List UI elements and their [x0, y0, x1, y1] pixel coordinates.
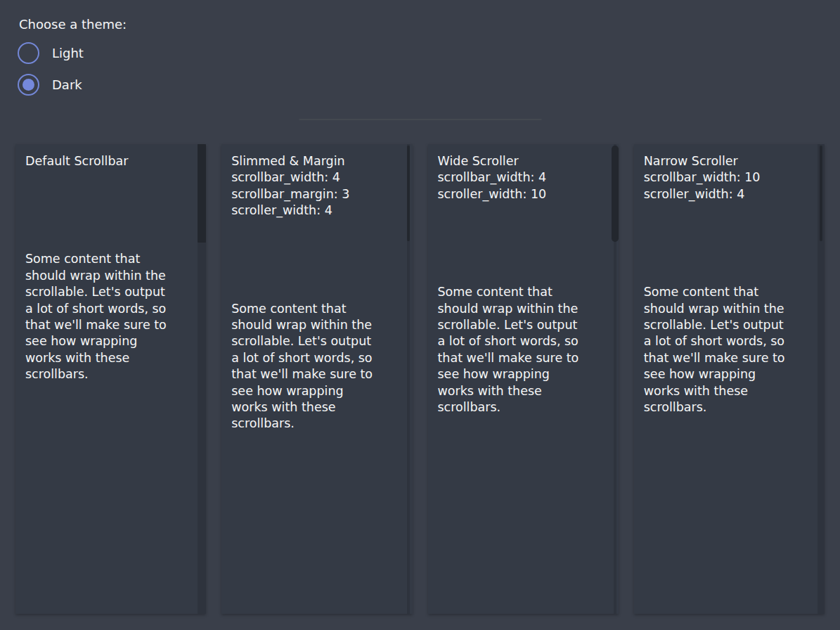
radio-light-label: Light: [52, 46, 84, 60]
panel-spacer: [231, 219, 401, 301]
scrollbar-thumb[interactable]: [407, 146, 410, 241]
panels-container: Default Scrollbar Some content that shou…: [15, 144, 825, 614]
panel-slimmed-margin: Slimmed & Margin scrollbar_width: 4 scro…: [221, 144, 412, 614]
radio-option-light[interactable]: Light: [18, 42, 84, 64]
scrollable-content[interactable]: Narrow Scroller scrollbar_width: 10 scro…: [634, 144, 825, 614]
panel-narrow-scroller: Narrow Scroller scrollbar_width: 10 scro…: [634, 144, 825, 614]
panel-param: scrollbar_width: 4: [438, 170, 547, 184]
panel-body: Some content that should wrap within the…: [438, 284, 607, 416]
panel-default-scrollbar: Default Scrollbar Some content that shou…: [15, 144, 206, 614]
panel-title: Wide Scroller: [438, 154, 519, 168]
panel-param: scrollbar_margin: 3: [231, 187, 349, 201]
panel-spacer: [25, 169, 195, 251]
panel-body: Some content that should wrap within the…: [25, 251, 195, 382]
scrollbar-thumb[interactable]: [820, 146, 822, 241]
theme-prompt: Choose a theme:: [19, 16, 127, 33]
divider: [299, 119, 541, 120]
panel-header: Wide Scroller scrollbar_width: 4 scrolle…: [438, 153, 607, 202]
panel-wide-scroller: Wide Scroller scrollbar_width: 4 scrolle…: [428, 144, 619, 614]
panel-title: Narrow Scroller: [644, 154, 738, 168]
panel-header: Slimmed & Margin scrollbar_width: 4 scro…: [231, 153, 401, 219]
scrollbar-thumb[interactable]: [612, 146, 619, 242]
scrollable-content[interactable]: Wide Scroller scrollbar_width: 4 scrolle…: [428, 144, 619, 614]
panel-spacer: [644, 202, 813, 284]
radio-dark-label: Dark: [52, 77, 82, 92]
panel-body: Some content that should wrap within the…: [231, 301, 401, 432]
panel-param: scroller_width: 10: [438, 187, 547, 201]
scrollable-content[interactable]: Slimmed & Margin scrollbar_width: 4 scro…: [221, 144, 412, 614]
panel-param: scrollbar_width: 10: [644, 170, 761, 184]
panel-title: Slimmed & Margin: [231, 154, 344, 168]
panel-param: scroller_width: 4: [231, 203, 332, 217]
radio-option-dark[interactable]: Dark: [18, 74, 82, 96]
radio-selected-dot: [22, 79, 34, 91]
panel-param: scrollbar_width: 4: [231, 170, 340, 184]
panel-param: scroller_width: 4: [644, 187, 745, 201]
radio-light-icon[interactable]: [18, 42, 39, 64]
panel-spacer: [438, 202, 607, 284]
scrollable-content[interactable]: Default Scrollbar Some content that shou…: [15, 144, 206, 614]
radio-dark-icon[interactable]: [18, 74, 39, 96]
page-root: Choose a theme: Light Dark Default Scrol…: [0, 0, 840, 630]
panel-body: Some content that should wrap within the…: [644, 284, 813, 416]
panel-title: Default Scrollbar: [25, 153, 195, 169]
panel-header: Narrow Scroller scrollbar_width: 10 scro…: [644, 153, 813, 202]
scrollbar-thumb[interactable]: [198, 144, 206, 243]
